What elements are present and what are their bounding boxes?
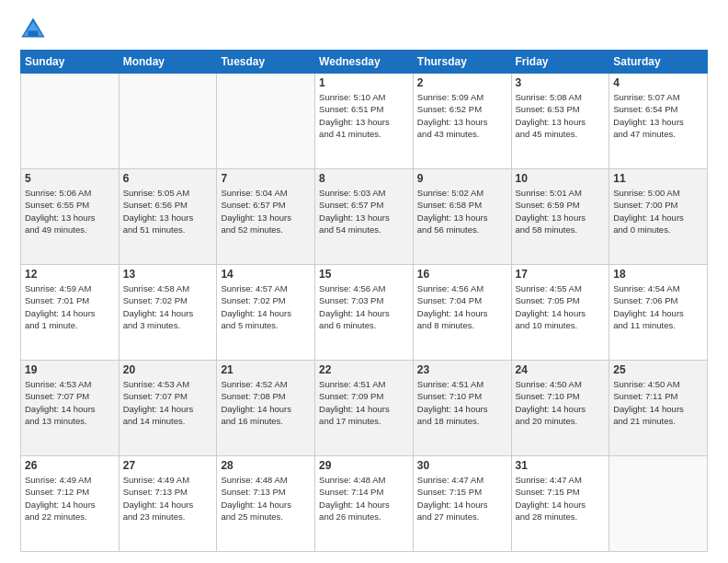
day-number: 24 <box>516 363 606 376</box>
calendar-cell: 21Sunrise: 4:52 AM Sunset: 7:08 PM Dayli… <box>217 361 315 456</box>
calendar-cell <box>609 456 708 552</box>
day-number: 15 <box>319 268 409 281</box>
day-number: 29 <box>319 459 409 472</box>
calendar-cell: 24Sunrise: 4:50 AM Sunset: 7:10 PM Dayli… <box>511 361 609 456</box>
calendar-cell: 15Sunrise: 4:56 AM Sunset: 7:03 PM Dayli… <box>315 265 414 361</box>
calendar-cell: 11Sunrise: 5:00 AM Sunset: 7:00 PM Dayli… <box>609 169 708 265</box>
day-info: Sunrise: 4:51 AM Sunset: 7:10 PM Dayligh… <box>417 378 507 427</box>
week-row-3: 12Sunrise: 4:59 AM Sunset: 7:01 PM Dayli… <box>21 265 708 361</box>
day-number: 14 <box>221 268 311 281</box>
day-header-wednesday: Wednesday <box>315 51 414 74</box>
day-number: 13 <box>123 268 213 281</box>
day-info: Sunrise: 5:00 AM Sunset: 7:00 PM Dayligh… <box>613 187 703 236</box>
day-number: 11 <box>613 172 703 185</box>
calendar-cell: 18Sunrise: 4:54 AM Sunset: 7:06 PM Dayli… <box>609 265 708 361</box>
calendar-cell: 14Sunrise: 4:57 AM Sunset: 7:02 PM Dayli… <box>217 265 315 361</box>
calendar-cell: 10Sunrise: 5:01 AM Sunset: 6:59 PM Dayli… <box>511 169 609 265</box>
calendar-cell: 28Sunrise: 4:48 AM Sunset: 7:13 PM Dayli… <box>217 456 315 552</box>
calendar-cell: 27Sunrise: 4:49 AM Sunset: 7:13 PM Dayli… <box>119 456 217 552</box>
day-info: Sunrise: 5:09 AM Sunset: 6:52 PM Dayligh… <box>417 91 507 140</box>
day-number: 22 <box>319 363 409 376</box>
calendar-cell: 9Sunrise: 5:02 AM Sunset: 6:58 PM Daylig… <box>413 169 511 265</box>
calendar-cell: 5Sunrise: 5:06 AM Sunset: 6:55 PM Daylig… <box>21 169 119 265</box>
day-number: 26 <box>25 459 115 472</box>
day-info: Sunrise: 4:50 AM Sunset: 7:10 PM Dayligh… <box>516 378 606 427</box>
day-header-thursday: Thursday <box>413 51 511 74</box>
day-number: 5 <box>25 172 115 185</box>
calendar-cell <box>119 74 217 169</box>
day-number: 25 <box>613 363 703 376</box>
calendar-cell: 7Sunrise: 5:04 AM Sunset: 6:57 PM Daylig… <box>217 169 315 265</box>
week-row-1: 1Sunrise: 5:10 AM Sunset: 6:51 PM Daylig… <box>21 74 708 169</box>
day-number: 23 <box>417 363 507 376</box>
day-info: Sunrise: 5:05 AM Sunset: 6:56 PM Dayligh… <box>123 187 213 236</box>
day-info: Sunrise: 4:52 AM Sunset: 7:08 PM Dayligh… <box>221 378 311 427</box>
header <box>20 17 708 42</box>
calendar-cell: 16Sunrise: 4:56 AM Sunset: 7:04 PM Dayli… <box>413 265 511 361</box>
day-number: 2 <box>417 76 507 89</box>
svg-rect-2 <box>28 30 38 36</box>
logo <box>20 17 50 42</box>
day-info: Sunrise: 4:56 AM Sunset: 7:03 PM Dayligh… <box>319 282 409 331</box>
week-row-5: 26Sunrise: 4:49 AM Sunset: 7:12 PM Dayli… <box>21 456 708 552</box>
day-info: Sunrise: 4:58 AM Sunset: 7:02 PM Dayligh… <box>123 282 213 331</box>
day-number: 18 <box>613 268 703 281</box>
day-number: 7 <box>221 172 311 185</box>
page: SundayMondayTuesdayWednesdayThursdayFrid… <box>0 0 728 563</box>
calendar-cell: 4Sunrise: 5:07 AM Sunset: 6:54 PM Daylig… <box>609 74 708 169</box>
calendar-cell: 25Sunrise: 4:50 AM Sunset: 7:11 PM Dayli… <box>609 361 708 456</box>
day-number: 8 <box>319 172 409 185</box>
day-info: Sunrise: 4:50 AM Sunset: 7:11 PM Dayligh… <box>613 378 703 427</box>
calendar-cell <box>217 74 315 169</box>
week-row-2: 5Sunrise: 5:06 AM Sunset: 6:55 PM Daylig… <box>21 169 708 265</box>
day-info: Sunrise: 4:53 AM Sunset: 7:07 PM Dayligh… <box>123 378 213 427</box>
header-row: SundayMondayTuesdayWednesdayThursdayFrid… <box>21 51 708 74</box>
day-number: 10 <box>516 172 606 185</box>
day-info: Sunrise: 4:53 AM Sunset: 7:07 PM Dayligh… <box>25 378 115 427</box>
day-info: Sunrise: 4:49 AM Sunset: 7:12 PM Dayligh… <box>25 474 115 523</box>
calendar-cell: 13Sunrise: 4:58 AM Sunset: 7:02 PM Dayli… <box>119 265 217 361</box>
calendar-table: SundayMondayTuesdayWednesdayThursdayFrid… <box>20 50 708 552</box>
day-number: 28 <box>221 459 311 472</box>
day-number: 20 <box>123 363 213 376</box>
week-row-4: 19Sunrise: 4:53 AM Sunset: 7:07 PM Dayli… <box>21 361 708 456</box>
calendar-cell: 30Sunrise: 4:47 AM Sunset: 7:15 PM Dayli… <box>413 456 511 552</box>
day-header-tuesday: Tuesday <box>217 51 315 74</box>
calendar-cell: 8Sunrise: 5:03 AM Sunset: 6:57 PM Daylig… <box>315 169 414 265</box>
day-number: 1 <box>319 76 409 89</box>
calendar-cell: 2Sunrise: 5:09 AM Sunset: 6:52 PM Daylig… <box>413 74 511 169</box>
day-info: Sunrise: 4:57 AM Sunset: 7:02 PM Dayligh… <box>221 282 311 331</box>
day-number: 19 <box>25 363 115 376</box>
calendar-cell: 26Sunrise: 4:49 AM Sunset: 7:12 PM Dayli… <box>21 456 119 552</box>
calendar-cell: 1Sunrise: 5:10 AM Sunset: 6:51 PM Daylig… <box>315 74 414 169</box>
day-number: 17 <box>516 268 606 281</box>
day-info: Sunrise: 5:04 AM Sunset: 6:57 PM Dayligh… <box>221 187 311 236</box>
day-number: 16 <box>417 268 507 281</box>
calendar-cell: 3Sunrise: 5:08 AM Sunset: 6:53 PM Daylig… <box>511 74 609 169</box>
calendar-cell: 6Sunrise: 5:05 AM Sunset: 6:56 PM Daylig… <box>119 169 217 265</box>
day-info: Sunrise: 5:07 AM Sunset: 6:54 PM Dayligh… <box>613 91 703 140</box>
day-info: Sunrise: 4:47 AM Sunset: 7:15 PM Dayligh… <box>516 474 606 523</box>
day-info: Sunrise: 5:02 AM Sunset: 6:58 PM Dayligh… <box>417 187 507 236</box>
day-info: Sunrise: 4:51 AM Sunset: 7:09 PM Dayligh… <box>319 378 409 427</box>
day-info: Sunrise: 5:03 AM Sunset: 6:57 PM Dayligh… <box>319 187 409 236</box>
calendar-cell: 20Sunrise: 4:53 AM Sunset: 7:07 PM Dayli… <box>119 361 217 456</box>
calendar-cell: 23Sunrise: 4:51 AM Sunset: 7:10 PM Dayli… <box>413 361 511 456</box>
calendar-cell: 31Sunrise: 4:47 AM Sunset: 7:15 PM Dayli… <box>511 456 609 552</box>
day-number: 21 <box>221 363 311 376</box>
calendar-cell: 19Sunrise: 4:53 AM Sunset: 7:07 PM Dayli… <box>21 361 119 456</box>
day-number: 31 <box>516 459 606 472</box>
calendar-cell <box>21 74 119 169</box>
day-info: Sunrise: 4:48 AM Sunset: 7:14 PM Dayligh… <box>319 474 409 523</box>
day-number: 30 <box>417 459 507 472</box>
day-header-saturday: Saturday <box>609 51 708 74</box>
day-number: 27 <box>123 459 213 472</box>
calendar-cell: 17Sunrise: 4:55 AM Sunset: 7:05 PM Dayli… <box>511 265 609 361</box>
day-number: 6 <box>123 172 213 185</box>
day-info: Sunrise: 4:59 AM Sunset: 7:01 PM Dayligh… <box>25 282 115 331</box>
day-header-sunday: Sunday <box>21 51 119 74</box>
day-number: 4 <box>613 76 703 89</box>
day-header-monday: Monday <box>119 51 217 74</box>
day-info: Sunrise: 5:08 AM Sunset: 6:53 PM Dayligh… <box>516 91 606 140</box>
day-info: Sunrise: 4:48 AM Sunset: 7:13 PM Dayligh… <box>221 474 311 523</box>
